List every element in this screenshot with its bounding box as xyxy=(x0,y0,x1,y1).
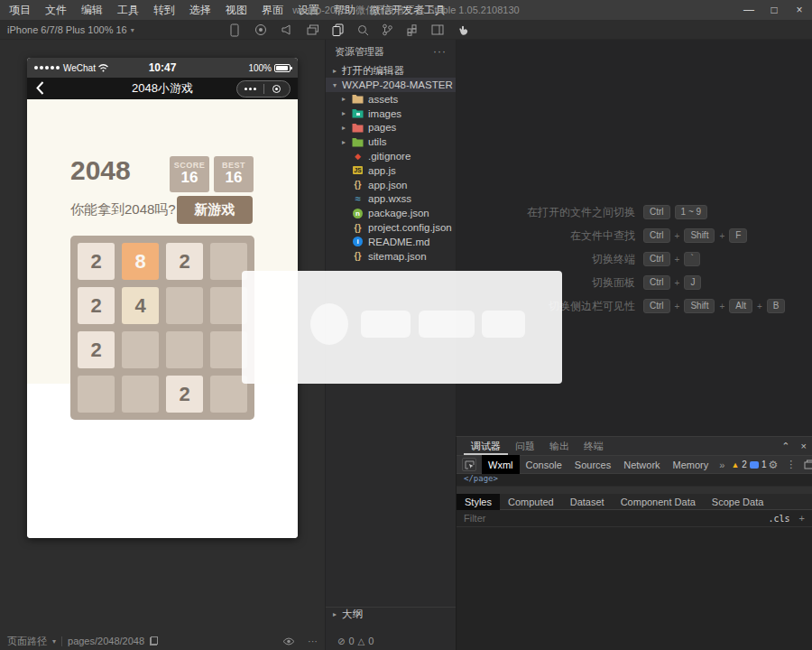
devtools-tab-sources[interactable]: Sources xyxy=(568,455,617,474)
file-tree-item[interactable]: {}project.config.json xyxy=(326,220,456,235)
file-tree-item[interactable]: JSapp.js xyxy=(326,163,456,178)
file-tree-item[interactable]: ◆.gitignore xyxy=(326,149,456,163)
more-menu-button[interactable] xyxy=(237,88,263,90)
page-path-label[interactable]: 页面路径 xyxy=(7,635,47,648)
menu-item[interactable]: 工具 xyxy=(110,0,146,20)
tree-section[interactable]: ▾WXAPP-2048-MASTER xyxy=(326,78,456,92)
menu-item[interactable]: 微信开发者工具 xyxy=(363,0,453,20)
debugger-panel: 调试器问题输出终端⌃× WxmlConsoleSourcesNetworkMem… xyxy=(456,436,812,650)
devtools-tab-console[interactable]: Console xyxy=(520,455,568,474)
problems-indicator[interactable]: ⊘ 0 △ 0 xyxy=(326,636,456,646)
element-tree-fragment[interactable]: </page> xyxy=(457,474,812,486)
dock-window-icon[interactable] xyxy=(804,460,812,469)
files-icon[interactable] xyxy=(330,23,345,37)
statusbar-more-icon[interactable]: ··· xyxy=(308,636,318,646)
watermark-logo xyxy=(310,303,348,345)
close-minip-button[interactable] xyxy=(264,85,291,93)
json-file-icon: {} xyxy=(352,180,364,190)
chevron-icon: ▸ xyxy=(331,67,338,75)
extensions-icon[interactable] xyxy=(405,23,420,37)
empty-cell xyxy=(78,376,115,413)
shortcut-keys: Ctrl+Shift+Alt+B xyxy=(643,299,785,313)
search-icon[interactable] xyxy=(355,23,370,37)
back-icon[interactable] xyxy=(36,81,44,95)
chevron-right-icon: ▸ xyxy=(340,124,347,132)
error-icon: ⊘ xyxy=(337,636,345,646)
chevron-down-icon: ▾ xyxy=(52,637,56,645)
folder-file-icon xyxy=(352,122,364,133)
explorer-header: 资源管理器 ··· xyxy=(326,40,456,63)
devtools-tab-network[interactable]: Network xyxy=(617,455,666,474)
gear-icon[interactable]: ⚙ xyxy=(768,459,778,471)
file-tree-item[interactable]: ▸images xyxy=(326,107,456,121)
plus-separator: + xyxy=(675,255,680,265)
copy-path-icon[interactable] xyxy=(150,636,158,645)
minimize-button[interactable]: — xyxy=(736,0,761,20)
game-grid[interactable]: 2822422 xyxy=(70,236,254,420)
devtools-tab-memory[interactable]: Memory xyxy=(667,455,715,474)
debugger-tab-终端[interactable]: 终端 xyxy=(577,437,611,455)
styles-tab-component-data[interactable]: Component Data xyxy=(613,494,704,510)
simulator-phone-icon[interactable] xyxy=(227,23,242,37)
menu-item[interactable]: 文件 xyxy=(38,0,74,20)
outline-section[interactable]: ▸ 大纲 xyxy=(326,607,456,621)
menu-item[interactable]: 视图 xyxy=(218,0,254,20)
styles-tab-computed[interactable]: Computed xyxy=(500,494,562,510)
hand-icon[interactable] xyxy=(456,23,470,37)
file-tree-item[interactable]: ▸utils xyxy=(326,135,456,149)
plus-separator: + xyxy=(757,302,762,311)
key-cap: Alt xyxy=(729,299,752,313)
json-file-icon: {} xyxy=(352,222,364,233)
menu-item[interactable]: 帮助 xyxy=(327,0,363,20)
file-tree-item[interactable]: {}app.json xyxy=(326,178,456,192)
file-tree-item[interactable]: {}sitemap.json xyxy=(326,249,456,264)
styles-tab-dataset[interactable]: Dataset xyxy=(562,494,613,510)
compile-target-icon[interactable] xyxy=(254,23,268,37)
add-style-icon[interactable]: + xyxy=(799,513,805,524)
kebab-menu-icon[interactable]: ⋮ xyxy=(786,459,796,470)
chevron-right-icon: ▸ xyxy=(340,95,347,103)
tree-section[interactable]: ▸打开的编辑器 xyxy=(326,63,456,78)
menu-item[interactable]: 界面 xyxy=(254,0,291,20)
cascade-windows-icon[interactable] xyxy=(306,23,320,37)
signal-dots-icon xyxy=(34,66,60,70)
menu-item[interactable]: 转到 xyxy=(146,0,182,20)
styles-tab-styles[interactable]: Styles xyxy=(457,494,500,510)
menu-item[interactable]: 编辑 xyxy=(74,0,110,20)
explorer-more-icon[interactable]: ··· xyxy=(433,45,447,58)
file-tree-item[interactable]: ▸assets xyxy=(326,92,456,107)
menu-item[interactable]: 项目 xyxy=(2,0,38,20)
debugger-tab-调试器[interactable]: 调试器 xyxy=(464,437,508,455)
battery-icon xyxy=(274,64,291,72)
console-badges[interactable]: ▲ 2 1 xyxy=(731,460,766,469)
styles-tab-scope-data[interactable]: Scope Data xyxy=(704,494,771,510)
megaphone-icon[interactable] xyxy=(280,23,294,37)
devtools-tab-wxml[interactable]: Wxml xyxy=(482,455,520,474)
folder-img-file-icon xyxy=(352,108,364,119)
collapse-panel-icon[interactable]: ⌃ xyxy=(781,441,789,452)
device-selector[interactable]: iPhone 6/7/8 Plus 100% 16 ▾ xyxy=(7,20,134,40)
source-control-icon[interactable] xyxy=(380,23,394,37)
close-panel-icon[interactable]: × xyxy=(801,441,807,451)
shortcut-keys: Ctrl+Shift+F xyxy=(643,228,747,243)
wxss-file-icon: ≈ xyxy=(352,193,364,204)
debugger-tab-输出[interactable]: 输出 xyxy=(542,437,577,455)
menu-item[interactable]: 选择 xyxy=(182,0,218,20)
menu-item[interactable]: 设置 xyxy=(291,0,327,20)
plus-separator: + xyxy=(675,302,680,311)
maximize-button[interactable]: □ xyxy=(761,0,787,20)
close-button[interactable]: × xyxy=(787,0,812,20)
filter-input[interactable]: Filter xyxy=(464,513,768,524)
file-tree-item[interactable]: iREADME.md xyxy=(326,235,456,249)
file-tree-item[interactable]: ≈app.wxss xyxy=(326,192,456,207)
more-tabs-icon[interactable]: » xyxy=(716,460,727,470)
watermark-glyph xyxy=(419,311,475,338)
editor-layout-icon[interactable] xyxy=(430,23,445,37)
cls-button[interactable]: .cls xyxy=(768,514,789,524)
inspect-element-icon[interactable] xyxy=(462,458,476,471)
debugger-tab-问题[interactable]: 问题 xyxy=(508,437,542,455)
eye-icon[interactable] xyxy=(282,637,295,645)
new-game-button[interactable]: 新游戏 xyxy=(177,196,253,224)
file-tree-item[interactable]: npackage.json xyxy=(326,206,456,220)
file-tree-item[interactable]: ▸pages xyxy=(326,121,456,135)
